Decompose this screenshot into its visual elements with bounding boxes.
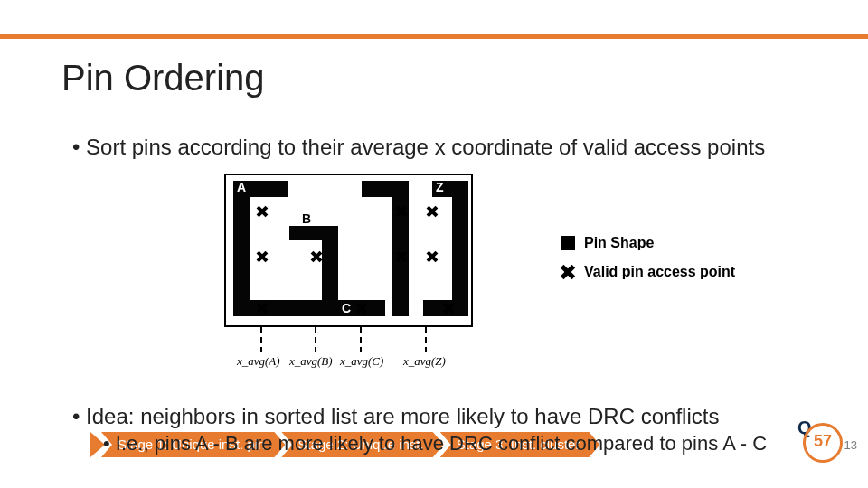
page-title: Pin Ordering — [61, 58, 265, 99]
pin-label-z: Z — [436, 180, 444, 194]
access-point-icon — [396, 206, 407, 217]
page-number: 13 — [844, 438, 857, 452]
access-point-icon — [311, 251, 322, 262]
avg-marker — [425, 327, 427, 352]
pin-shape — [322, 300, 385, 316]
avg-label-a: x_avg(A) — [237, 354, 280, 369]
pin-shape — [233, 181, 250, 316]
access-point-icon — [396, 251, 407, 262]
legend-label: Valid pin access point — [584, 264, 735, 280]
pin-label-b: B — [302, 211, 311, 226]
logo: Q 57 — [803, 423, 843, 463]
access-point-icon — [257, 206, 268, 217]
access-point-icon — [443, 303, 454, 314]
figure: A B C Z x_avg(A) x_avg(B) x_avg(C) x_avg… — [224, 174, 473, 327]
bullet-ie-overlay: • I.e., pins A - B are more likely to ha… — [103, 432, 767, 455]
avg-marker — [315, 327, 316, 352]
avg-label-b: x_avg(B) — [289, 354, 333, 369]
bullet-sort: Sort pins according to their average x c… — [72, 134, 814, 161]
pin-label-a: A — [237, 180, 246, 194]
access-point-icon — [257, 251, 268, 262]
pin-shape — [362, 181, 409, 197]
avg-label-c: x_avg(C) — [340, 354, 383, 369]
access-point-icon — [561, 265, 575, 279]
bullet-idea: Idea: neighbors in sorted list are more … — [72, 403, 832, 430]
body: Sort pins according to their average x c… — [72, 134, 814, 161]
legend-label: Pin Shape — [584, 235, 654, 251]
bullet-ie: I.e., pins A - B are more likely to have… — [116, 432, 767, 455]
access-point-icon — [427, 251, 438, 262]
pin-shape — [392, 181, 409, 316]
pin-label-c: C — [342, 301, 351, 315]
legend: Pin Shape Valid pin access point — [561, 235, 735, 293]
avg-marker — [260, 327, 262, 352]
slide: Pin Ordering Sort pins according to thei… — [0, 0, 868, 488]
access-point-icon — [427, 206, 438, 217]
legend-row-shape: Pin Shape — [561, 235, 735, 251]
lower-bullets: Idea: neighbors in sorted list are more … — [72, 403, 832, 434]
accent-bar — [0, 34, 868, 39]
pin-shape-icon — [561, 236, 575, 250]
access-point-icon — [356, 303, 367, 314]
figure-box: A B C Z — [224, 174, 473, 327]
legend-row-ap: Valid pin access point — [561, 264, 735, 280]
pin-shape — [289, 226, 338, 240]
pin-shape — [452, 181, 468, 316]
avg-label-z: x_avg(Z) — [403, 354, 446, 369]
access-point-icon — [257, 303, 268, 314]
logo-number: 57 — [803, 432, 843, 451]
avg-marker — [360, 327, 362, 352]
